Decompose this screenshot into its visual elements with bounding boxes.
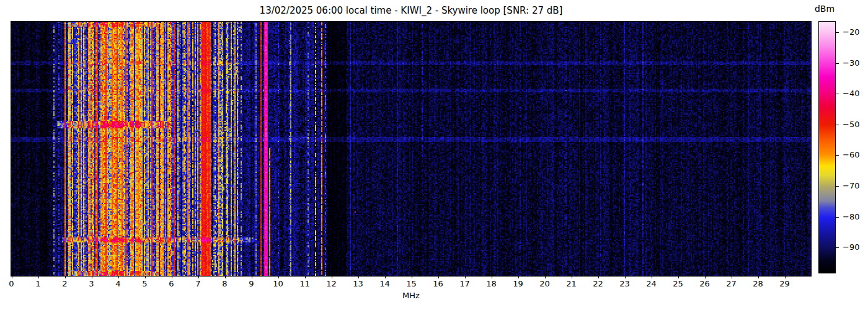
colorbar-tick — [836, 32, 839, 33]
x-tick-label: 29 — [776, 279, 794, 288]
x-tick — [12, 276, 12, 278]
x-tick-label: 20 — [536, 279, 554, 288]
x-tick — [412, 276, 412, 278]
x-tick — [785, 276, 786, 278]
x-tick — [38, 276, 39, 278]
x-tick-label: 14 — [376, 279, 394, 288]
x-tick — [545, 276, 546, 278]
plot-frame — [11, 21, 812, 277]
x-tick — [625, 276, 626, 278]
x-tick — [332, 276, 332, 278]
x-tick-label: 5 — [136, 279, 154, 288]
x-tick — [145, 276, 146, 278]
x-tick-label: 1 — [29, 279, 48, 288]
x-tick-label: 26 — [696, 279, 714, 288]
x-tick-label: 21 — [562, 279, 581, 288]
x-tick — [758, 276, 759, 278]
x-tick — [678, 276, 679, 278]
x-tick — [385, 276, 386, 278]
x-tick-label: 8 — [216, 279, 234, 288]
colorbar-tick-label: −60 — [843, 150, 867, 159]
x-tick — [705, 276, 706, 278]
x-axis-label: MHz — [392, 291, 430, 300]
x-tick-label: 13 — [349, 279, 368, 288]
x-tick — [652, 276, 652, 278]
x-tick-label: 28 — [749, 279, 768, 288]
colorbar-tick — [836, 186, 839, 187]
colorbar-tick — [836, 63, 839, 64]
x-tick-label: 12 — [322, 279, 341, 288]
x-tick — [358, 276, 359, 278]
colorbar-tick-label: −30 — [843, 58, 867, 68]
spectrogram-figure: 13/02/2025 06:00 local time - KIWI_2 - S… — [0, 0, 868, 310]
x-tick — [492, 276, 492, 278]
x-tick-label: 17 — [456, 279, 474, 288]
page-title: 13/02/2025 06:00 local time - KIWI_2 - S… — [11, 4, 811, 17]
x-tick — [65, 276, 66, 278]
x-tick-label: 24 — [642, 279, 661, 288]
x-tick-label: 10 — [269, 279, 288, 288]
x-tick — [225, 276, 226, 278]
x-tick — [278, 276, 279, 278]
x-tick — [92, 276, 92, 278]
x-tick-label: 4 — [109, 279, 128, 288]
colorbar-tick — [836, 217, 839, 218]
colorbar-tick-label: −80 — [843, 212, 867, 221]
colorbar-unit-label: dBm — [810, 4, 839, 14]
x-tick-label: 0 — [2, 279, 21, 288]
colorbar-tick — [836, 247, 839, 248]
colorbar-tick-label: −90 — [843, 242, 867, 252]
x-tick-label: 2 — [56, 279, 74, 288]
colorbar-tick-label: −40 — [843, 89, 867, 98]
x-tick-label: 27 — [722, 279, 741, 288]
colorbar-tick — [836, 125, 839, 125]
x-tick-label: 11 — [296, 279, 314, 288]
x-tick-label: 7 — [189, 279, 208, 288]
colorbar-tick — [836, 155, 839, 156]
x-tick-label: 18 — [482, 279, 501, 288]
x-tick-label: 22 — [589, 279, 608, 288]
x-tick — [438, 276, 439, 278]
x-tick — [732, 276, 732, 278]
x-tick — [198, 276, 199, 278]
x-tick-label: 6 — [162, 279, 181, 288]
x-tick — [118, 276, 119, 278]
x-tick — [305, 276, 306, 278]
spectrogram-heatmap — [11, 22, 811, 276]
x-tick — [172, 276, 172, 278]
x-tick — [252, 276, 252, 278]
x-tick-label: 19 — [509, 279, 528, 288]
colorbar — [818, 21, 836, 273]
colorbar-tick-label: −20 — [843, 27, 867, 37]
x-tick-label: 3 — [82, 279, 101, 288]
x-tick-label: 25 — [669, 279, 688, 288]
x-tick-label: 9 — [242, 279, 261, 288]
x-tick-label: 23 — [616, 279, 634, 288]
x-tick — [598, 276, 599, 278]
colorbar-tick — [836, 94, 839, 94]
x-tick-label: 15 — [402, 279, 421, 288]
x-tick — [465, 276, 466, 278]
x-tick — [518, 276, 519, 278]
x-tick — [572, 276, 572, 278]
x-tick-label: 16 — [429, 279, 448, 288]
colorbar-tick-label: −70 — [843, 181, 867, 190]
colorbar-tick-label: −50 — [843, 120, 867, 129]
